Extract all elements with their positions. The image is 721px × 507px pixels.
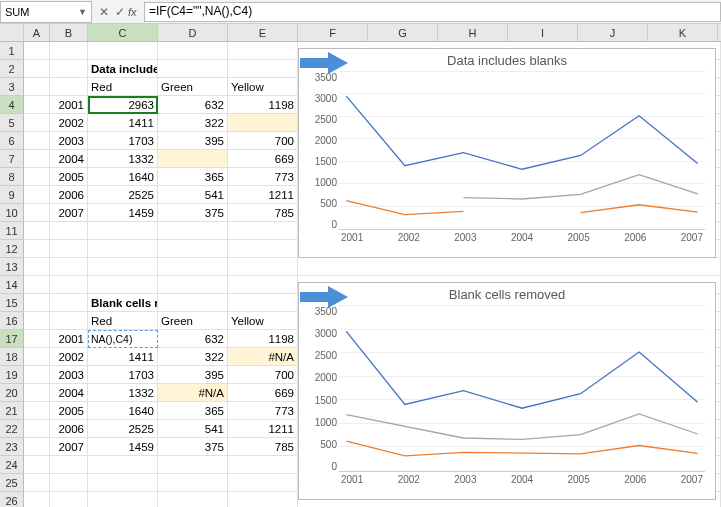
cell[interactable] bbox=[24, 42, 50, 60]
row-header[interactable]: 15 bbox=[0, 294, 24, 312]
cell[interactable]: 2001 bbox=[50, 96, 88, 114]
cell[interactable] bbox=[24, 240, 50, 258]
cell[interactable]: 1211 bbox=[228, 186, 298, 204]
row-header[interactable]: 2 bbox=[0, 60, 24, 78]
cell[interactable]: #N/A bbox=[158, 384, 228, 402]
col-header[interactable]: G bbox=[368, 24, 438, 41]
cell[interactable] bbox=[158, 258, 228, 276]
cell[interactable] bbox=[24, 114, 50, 132]
cell[interactable] bbox=[228, 222, 298, 240]
col-header[interactable]: B bbox=[50, 24, 88, 41]
row-header[interactable]: 16 bbox=[0, 312, 24, 330]
confirm-icon[interactable]: ✓ bbox=[112, 5, 128, 19]
col-header[interactable]: A bbox=[24, 24, 50, 41]
cell[interactable]: 773 bbox=[228, 402, 298, 420]
row-header[interactable]: 4 bbox=[0, 96, 24, 114]
row-header[interactable]: 13 bbox=[0, 258, 24, 276]
cell[interactable]: 2006 bbox=[50, 420, 88, 438]
cell[interactable] bbox=[88, 222, 158, 240]
cell[interactable]: 1459 bbox=[88, 204, 158, 222]
cell[interactable] bbox=[24, 168, 50, 186]
cell[interactable] bbox=[24, 438, 50, 456]
cell[interactable] bbox=[88, 492, 158, 507]
cell[interactable]: 1411 bbox=[88, 348, 158, 366]
col-header[interactable]: H bbox=[438, 24, 508, 41]
cell[interactable]: 1703 bbox=[88, 132, 158, 150]
cell[interactable] bbox=[158, 222, 228, 240]
cell[interactable] bbox=[24, 294, 50, 312]
cell[interactable]: 700 bbox=[228, 366, 298, 384]
row-header[interactable]: 23 bbox=[0, 438, 24, 456]
cell[interactable]: 2006 bbox=[50, 186, 88, 204]
cell[interactable] bbox=[24, 366, 50, 384]
cell[interactable]: 785 bbox=[228, 438, 298, 456]
row-header[interactable]: 10 bbox=[0, 204, 24, 222]
cell[interactable] bbox=[24, 60, 50, 78]
cell[interactable] bbox=[88, 276, 158, 294]
cell[interactable] bbox=[228, 276, 298, 294]
cell[interactable]: Red bbox=[88, 312, 158, 330]
cell[interactable] bbox=[228, 42, 298, 60]
cancel-icon[interactable]: ✕ bbox=[96, 5, 112, 19]
cell[interactable]: Yellow bbox=[228, 78, 298, 96]
row-header[interactable]: 11 bbox=[0, 222, 24, 240]
row-header[interactable]: 14 bbox=[0, 276, 24, 294]
row-header[interactable]: 8 bbox=[0, 168, 24, 186]
cell[interactable] bbox=[24, 456, 50, 474]
cell[interactable] bbox=[88, 42, 158, 60]
cell[interactable] bbox=[50, 474, 88, 492]
cell[interactable] bbox=[24, 348, 50, 366]
cell[interactable] bbox=[298, 258, 721, 276]
cell[interactable]: 2001 bbox=[50, 330, 88, 348]
cell[interactable]: Red bbox=[88, 78, 158, 96]
cell[interactable]: 2002 bbox=[50, 114, 88, 132]
cell[interactable]: Green bbox=[158, 312, 228, 330]
cell[interactable]: 2525 bbox=[88, 186, 158, 204]
row-header[interactable]: 3 bbox=[0, 78, 24, 96]
cell[interactable]: 785 bbox=[228, 204, 298, 222]
cell[interactable]: #N/A bbox=[228, 348, 298, 366]
cell[interactable] bbox=[24, 330, 50, 348]
row-header[interactable]: 21 bbox=[0, 402, 24, 420]
cell[interactable]: 375 bbox=[158, 438, 228, 456]
cell[interactable]: 541 bbox=[158, 186, 228, 204]
row-header[interactable]: 17 bbox=[0, 330, 24, 348]
cell[interactable]: 1640 bbox=[88, 402, 158, 420]
cell[interactable] bbox=[228, 492, 298, 507]
cell[interactable] bbox=[50, 456, 88, 474]
row-header[interactable]: 26 bbox=[0, 492, 24, 507]
select-all-corner[interactable] bbox=[0, 24, 24, 41]
cell[interactable] bbox=[24, 150, 50, 168]
col-header[interactable]: D bbox=[158, 24, 228, 41]
row-header[interactable]: 12 bbox=[0, 240, 24, 258]
cell[interactable] bbox=[228, 456, 298, 474]
cell[interactable] bbox=[228, 474, 298, 492]
cell[interactable] bbox=[158, 276, 228, 294]
col-header[interactable]: J bbox=[578, 24, 648, 41]
cell[interactable] bbox=[228, 258, 298, 276]
cell[interactable] bbox=[50, 42, 88, 60]
cell[interactable] bbox=[50, 240, 88, 258]
cell[interactable]: 1332 bbox=[88, 384, 158, 402]
cell[interactable] bbox=[50, 78, 88, 96]
cell[interactable]: Yellow bbox=[228, 312, 298, 330]
cell[interactable]: 2004 bbox=[50, 384, 88, 402]
cell[interactable] bbox=[50, 222, 88, 240]
cell[interactable] bbox=[50, 492, 88, 507]
cell[interactable] bbox=[50, 312, 88, 330]
cell[interactable]: 365 bbox=[158, 402, 228, 420]
cell[interactable] bbox=[24, 258, 50, 276]
dropdown-icon[interactable]: ▼ bbox=[78, 7, 87, 17]
cell[interactable]: 1198 bbox=[228, 96, 298, 114]
cell[interactable]: Data includes blanks bbox=[88, 60, 158, 78]
row-header[interactable]: 22 bbox=[0, 420, 24, 438]
cell[interactable] bbox=[88, 258, 158, 276]
cell[interactable] bbox=[228, 60, 298, 78]
cell[interactable]: 632 bbox=[158, 330, 228, 348]
row-header[interactable]: 19 bbox=[0, 366, 24, 384]
cell[interactable] bbox=[24, 204, 50, 222]
cell[interactable] bbox=[24, 186, 50, 204]
cell[interactable] bbox=[50, 60, 88, 78]
cell[interactable] bbox=[158, 240, 228, 258]
cell[interactable]: 632 bbox=[158, 96, 228, 114]
